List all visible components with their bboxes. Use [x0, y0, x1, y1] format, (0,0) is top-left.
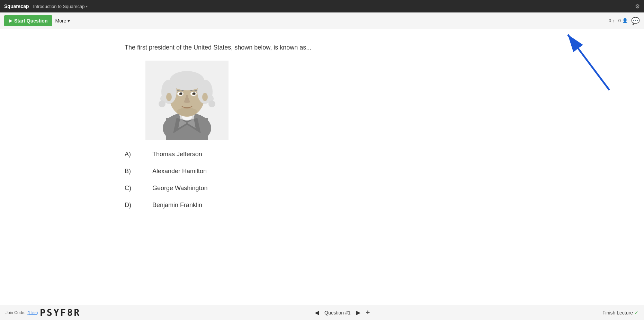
- answer-text: Alexander Hamilton: [152, 168, 207, 175]
- svg-rect-4: [166, 118, 208, 140]
- toolbar-right: 0 ↑ 0 👤 💬: [609, 17, 640, 25]
- answer-row: B)Alexander Hamilton: [125, 168, 207, 175]
- question-label: Question #1: [324, 310, 351, 315]
- question-text: The first president of the United States…: [125, 43, 311, 52]
- users-icon: 👤: [622, 18, 628, 23]
- answer-letter: C): [125, 185, 135, 192]
- topbar-right: ⚙: [635, 3, 640, 10]
- toolbar: ▶ Start Question More ▾ 0 ↑ 0 👤 💬: [0, 12, 644, 29]
- chat-button[interactable]: 💬: [631, 17, 640, 25]
- president-portrait: [145, 61, 229, 140]
- portrait-svg: [145, 61, 229, 140]
- nav-controls: ◀ Question #1 ▶ +: [313, 308, 370, 317]
- play-icon: ▶: [9, 18, 12, 23]
- users-counter: 0 👤: [618, 18, 628, 23]
- svg-point-23: [166, 93, 172, 101]
- toolbar-left: ▶ Start Question More ▾: [4, 15, 70, 26]
- nav-prev-button[interactable]: ◀: [313, 308, 320, 317]
- more-button[interactable]: More ▾: [55, 18, 70, 24]
- start-question-label: Start Question: [14, 18, 47, 24]
- answer-text: Thomas Jefferson: [152, 151, 202, 158]
- join-code-section: Join Code: (Hide) PSYF8R: [6, 308, 81, 318]
- answer-row: D)Benjamin Franklin: [125, 202, 207, 209]
- nav-next-button[interactable]: ▶: [355, 308, 362, 317]
- course-title[interactable]: Introduction to Squarecap ▾: [33, 4, 88, 9]
- answer-letter: D): [125, 202, 135, 209]
- finish-lecture-button[interactable]: Finish Lecture ✓: [602, 310, 638, 315]
- brand-logo: Squarecap: [4, 3, 29, 9]
- top-nav-bar: Squarecap Introduction to Squarecap ▾ ⚙: [0, 0, 644, 12]
- course-chevron: ▾: [86, 5, 88, 8]
- upload-count: 0: [609, 18, 611, 23]
- svg-point-21: [180, 92, 182, 95]
- svg-point-16: [208, 100, 215, 107]
- start-question-button[interactable]: ▶ Start Question: [4, 15, 52, 26]
- more-chevron: ▾: [68, 18, 70, 24]
- answer-text: George Washington: [152, 185, 207, 192]
- join-code-label: Join Code:: [6, 310, 25, 315]
- finish-label: Finish Lecture: [602, 310, 633, 315]
- topbar-left: Squarecap Introduction to Squarecap ▾: [4, 3, 88, 9]
- upload-icon: ↑: [612, 18, 615, 23]
- upload-counter: 0 ↑: [609, 18, 615, 23]
- answer-letter: B): [125, 168, 135, 175]
- bottom-bar: Join Code: (Hide) PSYF8R ◀ Question #1 ▶…: [0, 305, 644, 320]
- settings-icon[interactable]: ⚙: [635, 3, 640, 10]
- more-label: More: [55, 18, 66, 24]
- svg-point-24: [202, 93, 208, 101]
- checkmark-icon: ✓: [634, 310, 638, 315]
- svg-point-12: [170, 71, 204, 90]
- answer-choices: A)Thomas JeffersonB)Alexander HamiltonC)…: [125, 151, 207, 209]
- svg-point-22: [193, 92, 195, 95]
- users-count: 0: [618, 18, 621, 23]
- answer-text: Benjamin Franklin: [152, 202, 202, 209]
- hide-link[interactable]: (Hide): [27, 311, 38, 315]
- answer-row: A)Thomas Jefferson: [125, 151, 207, 158]
- svg-point-25: [177, 108, 197, 116]
- join-code-value: PSYF8R: [40, 308, 81, 318]
- main-content: The first president of the United States…: [0, 29, 644, 305]
- svg-point-14: [159, 100, 166, 107]
- course-name: Introduction to Squarecap: [33, 4, 85, 9]
- answer-row: C)George Washington: [125, 185, 207, 192]
- answer-letter: A): [125, 151, 135, 158]
- add-question-button[interactable]: +: [366, 309, 370, 317]
